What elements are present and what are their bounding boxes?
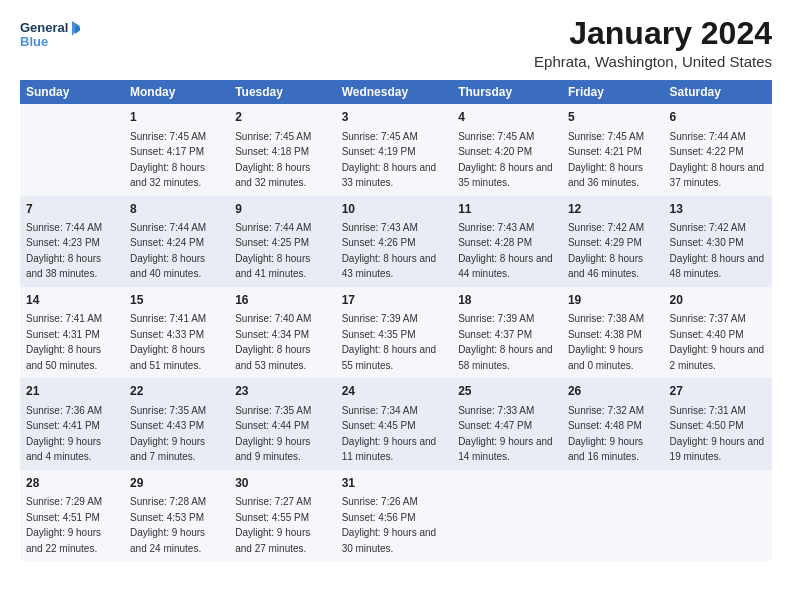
svg-text:Blue: Blue [20,34,48,49]
day-number: 21 [26,383,118,400]
col-sunday: Sunday [20,80,124,104]
day-number: 2 [235,109,329,126]
day-details: Sunrise: 7:44 AMSunset: 4:24 PMDaylight:… [130,222,206,280]
day-number: 28 [26,475,118,492]
day-number: 10 [342,201,447,218]
day-details: Sunrise: 7:39 AMSunset: 4:37 PMDaylight:… [458,313,553,371]
logo: General Blue [20,16,80,56]
calendar-table: Sunday Monday Tuesday Wednesday Thursday… [20,80,772,561]
subtitle: Ephrata, Washington, United States [534,53,772,70]
calendar-cell: 18 Sunrise: 7:39 AMSunset: 4:37 PMDaylig… [452,287,562,378]
calendar-cell [664,470,772,561]
calendar-cell: 12 Sunrise: 7:42 AMSunset: 4:29 PMDaylig… [562,196,664,287]
day-number: 23 [235,383,329,400]
day-details: Sunrise: 7:27 AMSunset: 4:55 PMDaylight:… [235,496,311,554]
day-number: 7 [26,201,118,218]
calendar-cell: 15 Sunrise: 7:41 AMSunset: 4:33 PMDaylig… [124,287,229,378]
calendar-cell: 19 Sunrise: 7:38 AMSunset: 4:38 PMDaylig… [562,287,664,378]
calendar-cell: 24 Sunrise: 7:34 AMSunset: 4:45 PMDaylig… [336,378,453,469]
day-number: 9 [235,201,329,218]
title-block: January 2024 Ephrata, Washington, United… [534,16,772,70]
col-wednesday: Wednesday [336,80,453,104]
day-details: Sunrise: 7:44 AMSunset: 4:25 PMDaylight:… [235,222,311,280]
calendar-cell: 9 Sunrise: 7:44 AMSunset: 4:25 PMDayligh… [229,196,335,287]
day-details: Sunrise: 7:31 AMSunset: 4:50 PMDaylight:… [670,405,765,463]
calendar-cell: 20 Sunrise: 7:37 AMSunset: 4:40 PMDaylig… [664,287,772,378]
day-details: Sunrise: 7:44 AMSunset: 4:23 PMDaylight:… [26,222,102,280]
table-row: 1 Sunrise: 7:45 AMSunset: 4:17 PMDayligh… [20,104,772,195]
day-details: Sunrise: 7:38 AMSunset: 4:38 PMDaylight:… [568,313,644,371]
calendar-page: General Blue January 2024 Ephrata, Washi… [0,0,792,612]
table-row: 7 Sunrise: 7:44 AMSunset: 4:23 PMDayligh… [20,196,772,287]
calendar-cell [452,470,562,561]
col-monday: Monday [124,80,229,104]
day-details: Sunrise: 7:45 AMSunset: 4:19 PMDaylight:… [342,131,437,189]
calendar-cell: 8 Sunrise: 7:44 AMSunset: 4:24 PMDayligh… [124,196,229,287]
calendar-cell: 5 Sunrise: 7:45 AMSunset: 4:21 PMDayligh… [562,104,664,195]
day-number: 20 [670,292,766,309]
day-details: Sunrise: 7:29 AMSunset: 4:51 PMDaylight:… [26,496,102,554]
calendar-cell: 2 Sunrise: 7:45 AMSunset: 4:18 PMDayligh… [229,104,335,195]
day-details: Sunrise: 7:41 AMSunset: 4:33 PMDaylight:… [130,313,206,371]
header: General Blue January 2024 Ephrata, Washi… [20,16,772,70]
day-details: Sunrise: 7:28 AMSunset: 4:53 PMDaylight:… [130,496,206,554]
calendar-cell: 4 Sunrise: 7:45 AMSunset: 4:20 PMDayligh… [452,104,562,195]
calendar-cell: 26 Sunrise: 7:32 AMSunset: 4:48 PMDaylig… [562,378,664,469]
day-details: Sunrise: 7:35 AMSunset: 4:44 PMDaylight:… [235,405,311,463]
day-number: 27 [670,383,766,400]
calendar-cell: 6 Sunrise: 7:44 AMSunset: 4:22 PMDayligh… [664,104,772,195]
calendar-cell [562,470,664,561]
calendar-cell [20,104,124,195]
calendar-cell: 14 Sunrise: 7:41 AMSunset: 4:31 PMDaylig… [20,287,124,378]
day-details: Sunrise: 7:42 AMSunset: 4:30 PMDaylight:… [670,222,765,280]
day-details: Sunrise: 7:26 AMSunset: 4:56 PMDaylight:… [342,496,437,554]
day-details: Sunrise: 7:43 AMSunset: 4:28 PMDaylight:… [458,222,553,280]
col-tuesday: Tuesday [229,80,335,104]
day-number: 25 [458,383,556,400]
calendar-cell: 10 Sunrise: 7:43 AMSunset: 4:26 PMDaylig… [336,196,453,287]
main-title: January 2024 [534,16,772,51]
day-details: Sunrise: 7:37 AMSunset: 4:40 PMDaylight:… [670,313,765,371]
calendar-cell: 3 Sunrise: 7:45 AMSunset: 4:19 PMDayligh… [336,104,453,195]
day-number: 11 [458,201,556,218]
calendar-cell: 29 Sunrise: 7:28 AMSunset: 4:53 PMDaylig… [124,470,229,561]
col-saturday: Saturday [664,80,772,104]
col-friday: Friday [562,80,664,104]
day-number: 6 [670,109,766,126]
day-details: Sunrise: 7:44 AMSunset: 4:22 PMDaylight:… [670,131,765,189]
day-number: 8 [130,201,223,218]
calendar-cell: 25 Sunrise: 7:33 AMSunset: 4:47 PMDaylig… [452,378,562,469]
day-details: Sunrise: 7:45 AMSunset: 4:21 PMDaylight:… [568,131,644,189]
day-number: 14 [26,292,118,309]
col-thursday: Thursday [452,80,562,104]
day-details: Sunrise: 7:32 AMSunset: 4:48 PMDaylight:… [568,405,644,463]
day-details: Sunrise: 7:45 AMSunset: 4:20 PMDaylight:… [458,131,553,189]
day-details: Sunrise: 7:41 AMSunset: 4:31 PMDaylight:… [26,313,102,371]
day-number: 5 [568,109,658,126]
day-number: 15 [130,292,223,309]
day-number: 31 [342,475,447,492]
day-number: 29 [130,475,223,492]
day-number: 17 [342,292,447,309]
table-row: 14 Sunrise: 7:41 AMSunset: 4:31 PMDaylig… [20,287,772,378]
day-details: Sunrise: 7:33 AMSunset: 4:47 PMDaylight:… [458,405,553,463]
calendar-cell: 17 Sunrise: 7:39 AMSunset: 4:35 PMDaylig… [336,287,453,378]
calendar-cell: 7 Sunrise: 7:44 AMSunset: 4:23 PMDayligh… [20,196,124,287]
calendar-cell: 21 Sunrise: 7:36 AMSunset: 4:41 PMDaylig… [20,378,124,469]
calendar-cell: 13 Sunrise: 7:42 AMSunset: 4:30 PMDaylig… [664,196,772,287]
svg-text:General: General [20,20,68,35]
day-number: 24 [342,383,447,400]
day-number: 19 [568,292,658,309]
calendar-cell: 11 Sunrise: 7:43 AMSunset: 4:28 PMDaylig… [452,196,562,287]
day-details: Sunrise: 7:35 AMSunset: 4:43 PMDaylight:… [130,405,206,463]
day-details: Sunrise: 7:39 AMSunset: 4:35 PMDaylight:… [342,313,437,371]
day-number: 13 [670,201,766,218]
calendar-cell: 30 Sunrise: 7:27 AMSunset: 4:55 PMDaylig… [229,470,335,561]
header-row: Sunday Monday Tuesday Wednesday Thursday… [20,80,772,104]
day-details: Sunrise: 7:45 AMSunset: 4:17 PMDaylight:… [130,131,206,189]
table-row: 28 Sunrise: 7:29 AMSunset: 4:51 PMDaylig… [20,470,772,561]
calendar-cell: 31 Sunrise: 7:26 AMSunset: 4:56 PMDaylig… [336,470,453,561]
day-details: Sunrise: 7:42 AMSunset: 4:29 PMDaylight:… [568,222,644,280]
day-number: 26 [568,383,658,400]
calendar-cell: 22 Sunrise: 7:35 AMSunset: 4:43 PMDaylig… [124,378,229,469]
